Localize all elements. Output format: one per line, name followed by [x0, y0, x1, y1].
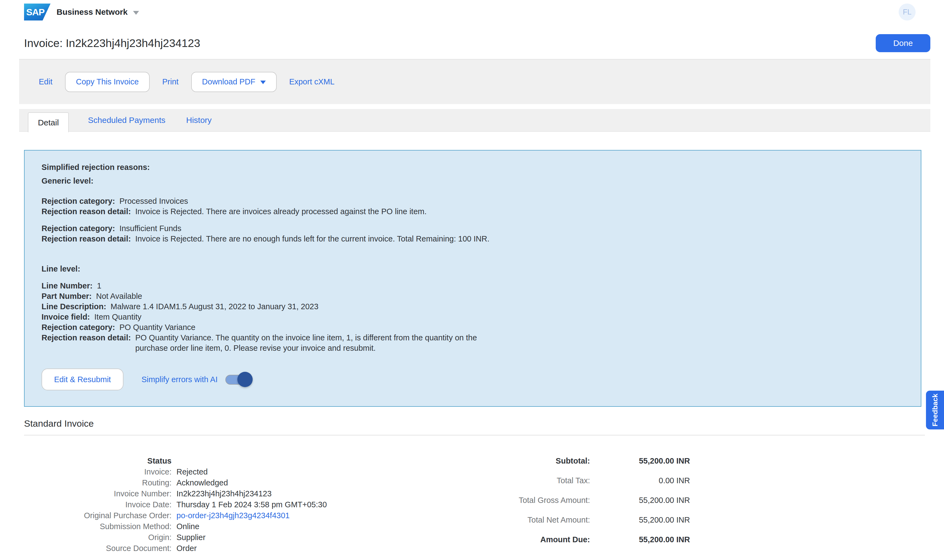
- line-level-heading: Line level:: [42, 264, 904, 274]
- chevron-down-icon: [260, 81, 266, 84]
- copy-invoice-button[interactable]: Copy This Invoice: [65, 72, 150, 92]
- rejection-category-label: Rejection category:: [42, 196, 115, 206]
- brand-title[interactable]: Business Network: [57, 8, 128, 17]
- line-description-label: Line Description:: [42, 301, 106, 312]
- rejection-category-value: Processed Invoices: [119, 196, 188, 206]
- rejection-detail-label: Rejection reason detail:: [42, 206, 131, 217]
- status-label: Invoice Number:: [0, 488, 172, 499]
- status-label: Origin:: [0, 532, 172, 543]
- panel-actions: Edit & Resubmit Simplify errors with AI: [42, 369, 904, 390]
- amount-value: 55,200.00 INR: [590, 534, 690, 554]
- line-number-label: Line Number:: [42, 280, 92, 291]
- part-number-row: Part Number: Not Available: [42, 291, 904, 301]
- edit-link[interactable]: Edit: [39, 77, 52, 86]
- app-header: SAP Business Network FL: [0, 0, 944, 24]
- rejection-detail-row: Rejection reason detail: PO Quantity Var…: [42, 332, 904, 353]
- status-label: Routing:: [0, 477, 172, 488]
- rejection-detail-label: Rejection reason detail:: [42, 332, 131, 343]
- done-button[interactable]: Done: [876, 34, 930, 52]
- edit-resubmit-button[interactable]: Edit & Resubmit: [42, 369, 123, 390]
- amount-label: Total Tax:: [464, 475, 590, 495]
- download-pdf-label: Download PDF: [202, 77, 255, 86]
- generic-level-heading: Generic level:: [42, 175, 904, 186]
- tab-scheduled-payments[interactable]: Scheduled Payments: [78, 109, 176, 131]
- rejection-category-row: Rejection category: PO Quantity Variance: [42, 322, 904, 332]
- status-label: Submission Method:: [0, 521, 172, 532]
- sap-logo: SAP: [24, 3, 51, 20]
- tab-detail[interactable]: Detail: [28, 112, 69, 132]
- amount-value: 55,200.00 INR: [590, 455, 690, 475]
- rejection-detail-row: Rejection reason detail: Invoice is Reje…: [42, 206, 904, 217]
- line-number-row: Line Number: 1: [42, 280, 904, 291]
- part-number-value: Not Available: [96, 291, 142, 301]
- rejection-detail-value: PO Quantity Variance. The quantity on th…: [135, 332, 487, 353]
- amount-label: Amount Due:: [464, 534, 590, 554]
- amount-value: 0.00 INR: [590, 475, 690, 495]
- status-value: Thursday 1 Feb 2024 3:58 pm GMT+05:30: [177, 499, 327, 510]
- avatar-initials: FL: [903, 8, 912, 16]
- status-label: Source Document:: [0, 543, 172, 554]
- invoice-field-label: Invoice field:: [42, 312, 90, 322]
- tab-history[interactable]: History: [176, 109, 222, 131]
- line-description-value: Malware 1.4 IDAM1.5 August 31, 2022 to J…: [111, 301, 318, 312]
- title-row: Invoice: In2k223hj4hj23h4hj234123 Done: [0, 29, 944, 57]
- purchase-order-link[interactable]: po-order-j23h4gjh23g4234f4301: [177, 510, 327, 521]
- rejection-detail-value: Invoice is Rejected. There are no enough…: [135, 234, 489, 244]
- status-label: Invoice Date:: [0, 499, 172, 510]
- status-value: Online: [177, 521, 327, 532]
- standard-invoice-heading: Standard Invoice: [24, 418, 944, 429]
- print-link[interactable]: Print: [162, 77, 178, 86]
- invoice-field-row: Invoice field: Item Quantity: [42, 312, 904, 322]
- chevron-down-icon[interactable]: [133, 11, 139, 15]
- status-value: Rejected: [177, 466, 327, 477]
- tab-bar: Detail Scheduled Payments History: [19, 109, 930, 132]
- user-avatar[interactable]: FL: [899, 3, 916, 20]
- rejection-panel: Simplified rejection reasons: Generic le…: [24, 150, 921, 407]
- rejection-category-value: Insufficient Funds: [119, 223, 181, 234]
- invoice-summary: Status Invoice: Rejected Routing: Acknow…: [0, 455, 944, 554]
- rejection-category-row: Rejection category: Insufficient Funds: [42, 223, 904, 234]
- amounts-block: Subtotal: 55,200.00 INR Total Tax: 0.00 …: [464, 455, 690, 554]
- rejection-category-row: Rejection category: Processed Invoices: [42, 196, 904, 206]
- ai-toggle-label: Simplify errors with AI: [141, 374, 218, 385]
- rejection-detail-row: Rejection reason detail: Invoice is Reje…: [42, 234, 904, 244]
- rejection-category-value: PO Quantity Variance: [119, 322, 195, 332]
- amount-label: Total Gross Amount:: [464, 495, 590, 514]
- feedback-label: Feedback: [931, 394, 939, 426]
- status-value: Supplier: [177, 532, 327, 543]
- amount-value: 55,200.00 INR: [590, 514, 690, 534]
- section-divider: [24, 435, 925, 435]
- status-label: Original Purchase Order:: [0, 510, 172, 521]
- line-description-row: Line Description: Malware 1.4 IDAM1.5 Au…: [42, 301, 904, 312]
- panel-heading: Simplified rejection reasons:: [42, 162, 904, 172]
- status-header: Status: [0, 455, 172, 466]
- line-number-value: 1: [97, 280, 101, 291]
- download-pdf-button[interactable]: Download PDF: [191, 72, 277, 92]
- rejection-detail-label: Rejection reason detail:: [42, 234, 131, 244]
- part-number-label: Part Number:: [42, 291, 92, 301]
- status-block: Status Invoice: Rejected Routing: Acknow…: [0, 455, 327, 554]
- page-title: Invoice: In2k223hj4hj23h4hj234123: [24, 37, 200, 50]
- amount-label: Total Net Amount:: [464, 514, 590, 534]
- invoice-field-value: Item Quantity: [94, 312, 141, 322]
- ai-toggle-switch[interactable]: [225, 371, 253, 388]
- status-value: Order: [177, 543, 327, 554]
- rejection-category-label: Rejection category:: [42, 322, 115, 332]
- toolbar: Edit Copy This Invoice Print Download PD…: [19, 59, 930, 104]
- rejection-detail-value: Invoice is Rejected. There are invoices …: [135, 206, 427, 217]
- status-label: Invoice:: [0, 466, 172, 477]
- status-value: Acknowledged: [177, 477, 327, 488]
- rejection-category-label: Rejection category:: [42, 223, 115, 234]
- toggle-knob: [237, 372, 253, 387]
- amount-label: Subtotal:: [464, 455, 590, 475]
- export-cxml-link[interactable]: Export cXML: [289, 77, 335, 86]
- feedback-tab[interactable]: Feedback: [926, 391, 944, 429]
- sap-logo-text: SAP: [26, 7, 45, 17]
- status-value: In2k223hj4hj23h4hj234123: [177, 488, 327, 499]
- amount-value: 55,200.00 INR: [590, 495, 690, 514]
